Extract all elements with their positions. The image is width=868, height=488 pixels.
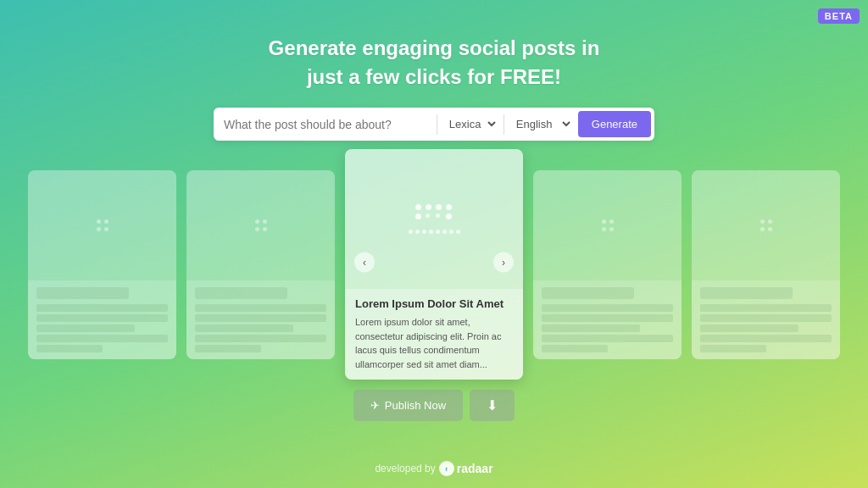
developed-by-text: developed by: [375, 463, 435, 474]
card-1-image: [28, 170, 176, 280]
card-1-loading: [97, 218, 108, 233]
card-2[interactable]: [186, 170, 335, 359]
card-2-text-lines: [195, 304, 326, 352]
search-bar: Lexica English French Spanish German Gen…: [214, 108, 654, 141]
card-center-content: Lorem Ipsum Dolor Sit Amet Lorem ipsum d…: [345, 289, 523, 380]
card-center-text: Lorem ipsum dolor sit amet, consectetur …: [355, 315, 513, 371]
card-2-image: [186, 170, 335, 280]
divider: [437, 114, 437, 135]
card-4[interactable]: [533, 170, 682, 359]
download-button[interactable]: ⬇: [470, 390, 515, 421]
search-input[interactable]: [224, 118, 431, 131]
cards-wrapper: Lorem Ipsum Dolor Sit Amet Lorem ipsum d…: [11, 149, 857, 380]
radaar-brand-name: radaar: [457, 462, 493, 475]
card-2-loading: [255, 218, 267, 233]
card-5-text-lines: [700, 304, 832, 352]
carousel-container: ‹: [0, 149, 868, 380]
carousel-next-button[interactable]: ›: [493, 252, 514, 273]
footer: developed by r radaar: [375, 461, 492, 476]
card-5-content: [692, 280, 840, 359]
card-2-content: [186, 280, 335, 359]
card-center-title: Lorem Ipsum Dolor Sit Amet: [355, 297, 513, 310]
generate-button[interactable]: Generate: [578, 111, 651, 137]
card-1-content: [28, 280, 176, 359]
card-5-loading: [760, 218, 772, 233]
card-5[interactable]: [692, 170, 840, 359]
card-4-content: [533, 280, 682, 359]
publish-button[interactable]: ✈ Publish Now: [353, 390, 463, 421]
radaar-circle-icon: r: [439, 461, 454, 476]
publish-icon: ✈: [370, 399, 380, 412]
card-4-image: [533, 170, 682, 280]
divider2: [504, 114, 504, 135]
card-5-title-bar: [700, 287, 793, 299]
radaar-logo: r radaar: [439, 461, 493, 476]
card-2-title-bar: [195, 287, 287, 299]
action-buttons: ✈ Publish Now ⬇: [353, 390, 515, 421]
download-icon: ⬇: [487, 398, 498, 413]
beta-badge: BETA: [818, 8, 860, 24]
page-header: Generate engaging social posts in just a…: [269, 34, 600, 91]
card-1[interactable]: [28, 170, 176, 359]
ai-select[interactable]: Lexica: [442, 115, 498, 133]
carousel-prev-button[interactable]: ‹: [354, 252, 375, 273]
card-5-image: [692, 170, 840, 280]
publish-label: Publish Now: [385, 399, 446, 412]
card-4-loading: [602, 218, 614, 233]
page-title: Generate engaging social posts in just a…: [269, 34, 600, 91]
center-spinner: [409, 204, 460, 234]
language-select[interactable]: English French Spanish German: [509, 115, 573, 133]
card-4-title-bar: [542, 287, 634, 299]
card-1-text-lines: [36, 304, 168, 352]
card-4-text-lines: [542, 304, 673, 352]
card-1-title-bar: [36, 287, 129, 299]
